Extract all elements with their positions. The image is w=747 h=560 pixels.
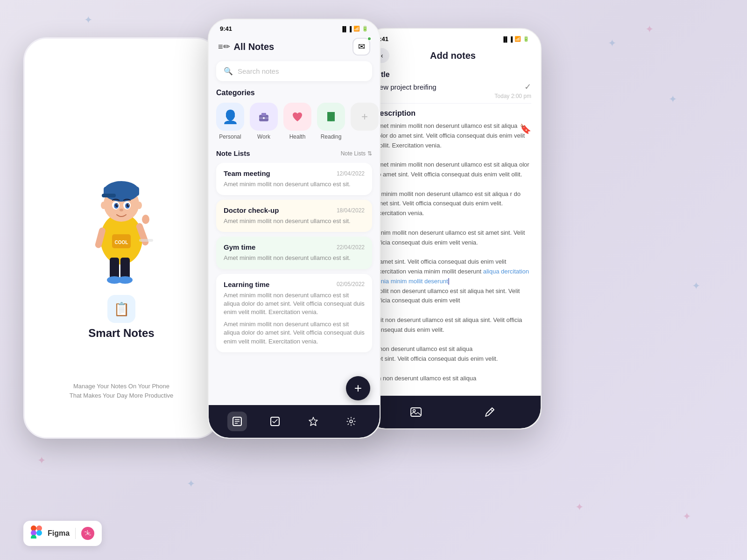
note-3-body: Amet minim mollit non deserunt ullamco e…	[224, 254, 365, 262]
battery-right: 🔋	[523, 36, 529, 42]
kid-illustration: COOL	[70, 136, 173, 286]
all-notes-title: All Notes	[234, 42, 275, 52]
all-notes-header: ≡✏ All Notes ✉	[209, 34, 380, 61]
desc-text-1: Amet minim mollit non deserunt ullamco e…	[374, 122, 529, 275]
note-1-title: Team meeting	[224, 169, 270, 177]
svg-rect-50	[36, 530, 42, 536]
note-item-3[interactable]: Gym time 22/04/2022 Amet minim mollit no…	[216, 237, 372, 269]
menu-icon[interactable]: ≡✏	[218, 42, 230, 52]
signal-icon: ▐▌▐	[341, 26, 352, 32]
cat-health[interactable]: Health	[283, 103, 311, 140]
status-bar-right: 9:41 ▐▌▐ 📶 🔋	[365, 29, 541, 44]
notification-dot	[367, 36, 372, 41]
cat-health-label: Health	[289, 133, 306, 140]
svg-point-6	[118, 276, 133, 284]
nav-favorites[interactable]	[303, 412, 323, 431]
svg-rect-3	[110, 258, 119, 279]
bookmark-icon: 🔖	[520, 121, 531, 136]
note-date-meta: Today 2:00 pm	[494, 93, 531, 99]
cat-add[interactable]: +	[351, 103, 379, 133]
time-mid: 9:41	[220, 25, 232, 32]
svg-point-19	[128, 204, 129, 205]
svg-point-44	[413, 410, 416, 412]
note-1-body: Amet minim mollit non deserunt ullamco e…	[224, 180, 365, 189]
svg-point-21	[101, 202, 106, 209]
nav-settings[interactable]	[341, 412, 361, 431]
sort-button[interactable]: Note Lists ⇅	[341, 150, 372, 157]
nav-notes[interactable]	[227, 412, 247, 431]
phone-splash: COOL	[23, 37, 219, 439]
phone-all-notes: 9:41 ▐▌▐ 📶 🔋 ≡✏ All Notes ✉ 🔍 Search not…	[208, 19, 381, 439]
search-placeholder: Search notes	[238, 67, 279, 75]
cat-reading[interactable]: Reading	[317, 103, 345, 140]
cat-reading-icon	[317, 103, 345, 131]
note-meta: Today 2:00 pm	[365, 92, 541, 103]
title-label: Title	[374, 70, 531, 79]
cat-work-label: Work	[257, 133, 270, 140]
note-1-date: 12/04/2022	[337, 170, 365, 177]
deco-star-1: ✦	[84, 14, 92, 26]
note-4-date: 02/05/2022	[337, 281, 365, 287]
deco-star-2: ✦	[608, 37, 616, 49]
categories-list: 👤 Personal Work	[209, 103, 380, 147]
cat-health-icon	[283, 103, 311, 131]
right-nav-image[interactable]	[406, 402, 426, 422]
app-logo-icon: 📋	[107, 295, 135, 323]
phone-add-note: 9:41 ▐▌▐ 📶 🔋 ‹ Add notes Title New proje…	[364, 28, 542, 429]
svg-point-31	[263, 117, 265, 119]
cat-personal-icon: 👤	[216, 103, 244, 131]
tagline: Manage Your Notes On Your Phone That Mak…	[56, 382, 188, 400]
deco-star-3: ✦	[645, 23, 654, 35]
battery-icon: 🔋	[362, 26, 368, 32]
svg-rect-49	[31, 535, 36, 539]
note-item-1[interactable]: Team meeting 12/04/2022 Amet minim molli…	[216, 163, 372, 195]
signal-right: ▐▌▐	[502, 36, 513, 42]
wifi-icon: 📶	[353, 26, 360, 32]
deco-star-7: ✦	[37, 455, 46, 467]
check-icon: ✓	[524, 82, 531, 92]
svg-rect-11	[102, 194, 116, 197]
note-2-title: Doctor check-up	[224, 206, 279, 214]
note-item-4[interactable]: Learning time 02/05/2022 Amet minim moll…	[216, 274, 372, 352]
bottom-navigation	[209, 405, 380, 438]
deco-star-4: ✦	[187, 478, 195, 490]
deco-star-6: ✦	[669, 93, 677, 105]
cat-add-icon: +	[351, 103, 379, 131]
svg-rect-26	[139, 239, 153, 242]
svg-marker-41	[309, 417, 317, 426]
note-lists-header: Note Lists Note Lists ⇅	[209, 147, 380, 163]
search-icon: 🔍	[224, 67, 233, 76]
cat-reading-label: Reading	[321, 133, 342, 140]
categories-title: Categories	[209, 89, 380, 103]
add-note-fab[interactable]: +	[346, 376, 370, 400]
note-3-title: Gym time	[224, 243, 255, 251]
search-bar[interactable]: 🔍 Search notes	[216, 61, 372, 81]
title-row: New project breifing ✓	[374, 82, 531, 92]
right-bottom-bar	[365, 396, 541, 428]
brand-divider	[75, 528, 76, 539]
note-4-body2: Amet minim mollit non deserunt ullamco e…	[224, 320, 365, 346]
svg-line-45	[491, 409, 493, 411]
note-item-2[interactable]: Doctor check-up 18/04/2022 Amet minim mo…	[216, 200, 372, 232]
dribbble-icon	[81, 527, 94, 540]
cat-personal[interactable]: 👤 Personal	[216, 103, 244, 140]
status-bar-mid: 9:41 ▐▌▐ 📶 🔋	[209, 20, 380, 34]
right-nav-pencil[interactable]	[480, 402, 500, 422]
nav-tasks[interactable]	[265, 412, 285, 431]
note-title-value[interactable]: New project breifing	[374, 83, 437, 91]
note-lists-title: Note Lists	[216, 149, 250, 157]
cat-work-icon	[250, 103, 278, 131]
desc-text-2: mollit non deserunt ullamco est sit aliq…	[374, 287, 522, 383]
cat-work[interactable]: Work	[250, 103, 278, 140]
deco-star-9: ✦	[683, 511, 691, 523]
svg-point-22	[136, 202, 142, 209]
svg-rect-43	[411, 408, 421, 416]
figma-icon	[31, 525, 42, 541]
svg-point-16	[115, 204, 118, 207]
note-4-body1: Amet minim mollit non deserunt ullamco e…	[224, 291, 365, 317]
note-4-title: Learning time	[224, 280, 269, 288]
desc-content[interactable]: 🔖 Amet minim mollit non deserunt ullamco…	[374, 121, 531, 383]
cat-personal-label: Personal	[219, 133, 241, 140]
desc-section: Description 🔖 Amet minim mollit non dese…	[365, 104, 541, 386]
svg-rect-29	[261, 113, 266, 116]
